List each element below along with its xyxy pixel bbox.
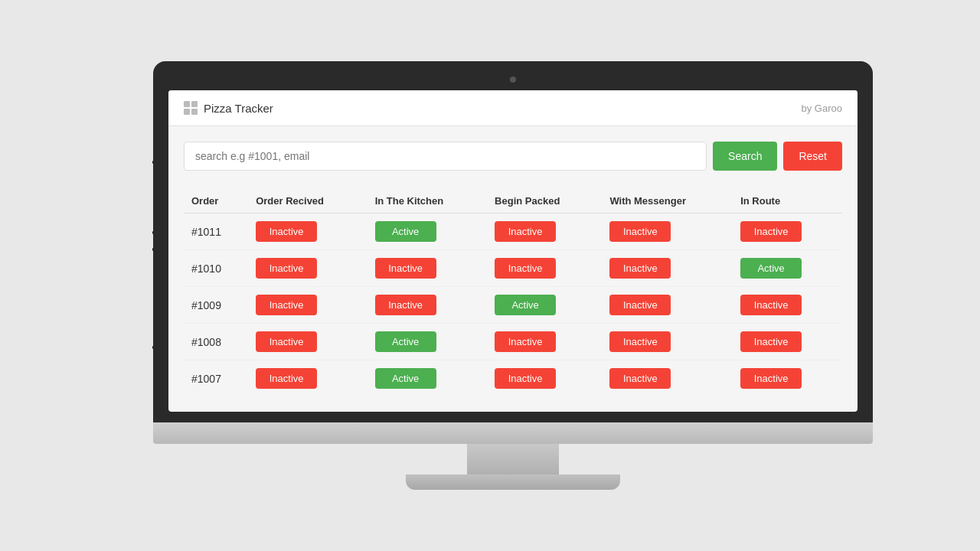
status-cell: Inactive [487, 250, 602, 287]
app-title: Pizza Tracker [204, 102, 273, 115]
status-cell: Inactive [487, 214, 602, 250]
status-cell: Inactive [248, 324, 367, 360]
status-cell: Active [368, 324, 487, 360]
col-begin-packed: Begin Packed [487, 189, 602, 214]
status-cell: Active [487, 287, 602, 324]
status-badge[interactable]: Inactive [740, 331, 802, 352]
status-badge[interactable]: Inactive [609, 295, 671, 315]
status-badge[interactable]: Inactive [256, 258, 317, 279]
status-badge[interactable]: Inactive [495, 331, 556, 352]
order-number: #1009 [184, 287, 248, 324]
status-badge[interactable]: Inactive [256, 221, 317, 242]
col-in-kitchen: In The Kitchen [368, 189, 487, 214]
status-cell: Inactive [248, 250, 367, 287]
stand-base [406, 474, 620, 490]
status-badge[interactable]: Active [740, 258, 802, 279]
status-cell: Inactive [602, 287, 733, 324]
status-cell: Inactive [248, 214, 367, 250]
status-cell: Inactive [368, 287, 487, 324]
status-badge[interactable]: Inactive [495, 368, 556, 389]
app-by-label: by Garoo [802, 103, 842, 114]
monitor-chin [153, 422, 873, 444]
app-container: Pizza Tracker by Garoo Search Reset [168, 90, 858, 412]
order-number: #1011 [184, 214, 248, 250]
status-cell: Inactive [733, 360, 842, 397]
status-badge[interactable]: Active [375, 331, 436, 352]
status-badge[interactable]: Inactive [495, 221, 556, 242]
status-cell: Inactive [368, 250, 487, 287]
status-cell: Inactive [248, 360, 367, 397]
status-cell: Active [733, 250, 842, 287]
status-badge[interactable]: Inactive [256, 368, 317, 389]
status-badge[interactable]: Inactive [609, 221, 671, 242]
table-row: #1007InactiveActiveInactiveInactiveInact… [184, 360, 842, 397]
imac-frame: Pizza Tracker by Garoo Search Reset [153, 61, 873, 490]
status-cell: Inactive [602, 324, 733, 360]
status-badge[interactable]: Inactive [375, 295, 436, 315]
status-badge[interactable]: Inactive [740, 295, 802, 315]
status-badge[interactable]: Inactive [609, 258, 671, 279]
status-badge[interactable]: Active [375, 221, 436, 242]
search-input[interactable] [184, 142, 707, 171]
status-badge[interactable]: Inactive [740, 221, 802, 242]
table-row: #1008InactiveActiveInactiveInactiveInact… [184, 324, 842, 360]
status-badge[interactable]: Inactive [256, 295, 317, 315]
status-badge[interactable]: Inactive [256, 331, 317, 352]
status-cell: Inactive [602, 214, 733, 250]
table-row: #1011InactiveActiveInactiveInactiveInact… [184, 214, 842, 250]
order-number: #1010 [184, 250, 248, 287]
status-badge[interactable]: Inactive [609, 331, 671, 352]
tracker-table: Order Order Recived In The Kitchen Begin… [184, 189, 842, 396]
table-row: #1009InactiveInactiveActiveInactiveInact… [184, 287, 842, 324]
status-cell: Inactive [733, 324, 842, 360]
status-cell: Inactive [602, 360, 733, 397]
status-cell: Inactive [733, 214, 842, 250]
col-in-route: In Route [733, 189, 842, 214]
app-header: Pizza Tracker by Garoo [168, 90, 858, 126]
reset-button[interactable]: Reset [783, 142, 842, 171]
app-header-left: Pizza Tracker [184, 101, 273, 115]
status-badge[interactable]: Inactive [375, 258, 436, 279]
status-badge[interactable]: Active [495, 295, 556, 315]
status-cell: Active [368, 214, 487, 250]
status-badge[interactable]: Active [375, 368, 436, 389]
status-cell: Inactive [602, 250, 733, 287]
status-badge[interactable]: Inactive [495, 258, 556, 279]
order-number: #1007 [184, 360, 248, 397]
status-badge[interactable]: Inactive [609, 368, 671, 389]
table-body: #1011InactiveActiveInactiveInactiveInact… [184, 214, 842, 397]
order-number: #1008 [184, 324, 248, 360]
app-logo-icon [184, 101, 198, 115]
search-bar: Search Reset [184, 142, 842, 171]
status-cell: Inactive [733, 287, 842, 324]
table-row: #1010InactiveInactiveInactiveInactiveAct… [184, 250, 842, 287]
col-order: Order [184, 189, 248, 214]
col-order-recived: Order Recived [248, 189, 367, 214]
table-header: Order Order Recived In The Kitchen Begin… [184, 189, 842, 214]
status-cell: Inactive [487, 360, 602, 397]
monitor-frame: Pizza Tracker by Garoo Search Reset [153, 61, 873, 422]
status-cell: Inactive [248, 287, 367, 324]
app-body: Search Reset Order Order Recived In The … [168, 126, 858, 412]
status-cell: Active [368, 360, 487, 397]
stand-neck [467, 444, 559, 474]
search-button[interactable]: Search [713, 142, 777, 171]
col-with-messenger: With Messenger [602, 189, 733, 214]
monitor-screen: Pizza Tracker by Garoo Search Reset [168, 90, 858, 412]
status-badge[interactable]: Inactive [740, 368, 802, 389]
status-cell: Inactive [487, 324, 602, 360]
camera-dot [510, 77, 516, 83]
